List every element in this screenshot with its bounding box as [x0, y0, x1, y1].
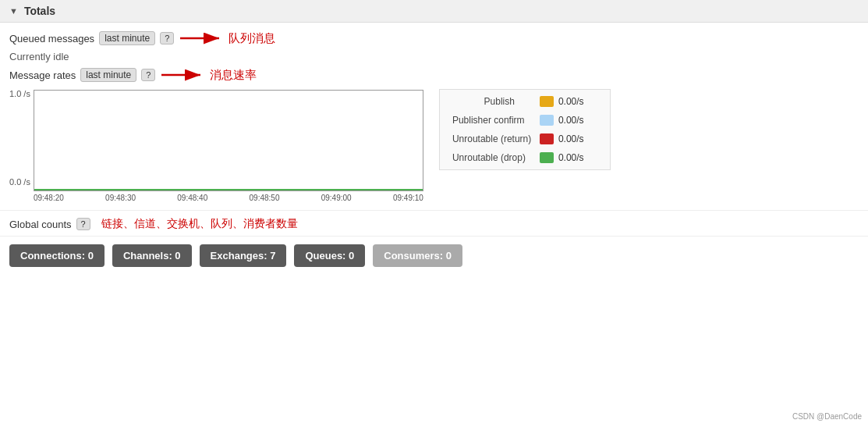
queued-messages-arrow: 队列消息	[179, 30, 275, 46]
count-btn-0[interactable]: Connections: 0	[9, 244, 105, 267]
chart-legend-area: 1.0 /s 0.0 /s 09:48:20 09:48:30 09:48:40…	[9, 89, 859, 202]
y-axis: 1.0 /s 0.0 /s	[9, 89, 30, 202]
buttons-row: Connections: 0Channels: 0Exchanges: 7Que…	[0, 237, 868, 275]
count-btn-3[interactable]: Queues: 0	[294, 244, 365, 267]
y-axis-bottom: 0.0 /s	[9, 177, 30, 187]
legend-item-3: Unroutable (drop)0.00/s	[452, 152, 597, 163]
currently-idle: Currently idle	[9, 51, 859, 62]
legend-label-3: Unroutable (drop)	[452, 152, 526, 163]
message-rates-annotation: 消息速率	[210, 68, 257, 83]
message-rates-badge[interactable]: last minute	[80, 68, 136, 82]
global-counts-label: Global counts	[9, 219, 72, 230]
arrow-icon-2	[160, 67, 207, 83]
legend-row-inner-3: 0.00/s	[540, 152, 597, 163]
queued-messages-badge[interactable]: last minute	[99, 31, 155, 45]
x-label-5: 09:49:10	[393, 194, 423, 202]
queued-messages-annotation: 队列消息	[229, 31, 275, 46]
totals-header: ▼ Totals	[0, 0, 868, 23]
legend-item-2: Unroutable (return)0.00/s	[452, 133, 597, 144]
chart-baseline	[34, 189, 423, 190]
legend-item-0: Publish0.00/s	[452, 96, 597, 107]
legend-color-2	[540, 133, 554, 144]
queued-messages-label: Queued messages	[9, 33, 94, 44]
global-counts-help[interactable]: ?	[76, 218, 90, 230]
message-rates-help[interactable]: ?	[141, 69, 155, 81]
legend-label-0: Publish	[452, 96, 515, 107]
chart-box-wrapper: 09:48:20 09:48:30 09:48:40 09:48:50 09:4…	[34, 90, 423, 202]
count-btn-2[interactable]: Exchanges: 7	[200, 244, 287, 267]
count-btn-4[interactable]: Consumers: 0	[373, 244, 462, 267]
queued-messages-help[interactable]: ?	[160, 32, 174, 44]
message-rates-arrow: 消息速率	[160, 67, 257, 83]
global-counts-row: Global counts ? 链接、信道、交换机、队列、消费者数量	[0, 211, 868, 237]
legend-row-inner-0: 0.00/s	[540, 96, 597, 107]
queued-messages-row: Queued messages last minute ? 队列消息	[9, 30, 859, 46]
legend-area: Publish0.00/sPublisher confirm0.00/sUnro…	[439, 89, 611, 170]
x-label-0: 09:48:20	[34, 194, 64, 202]
x-axis-labels: 09:48:20 09:48:30 09:48:40 09:48:50 09:4…	[34, 194, 423, 202]
collapse-triangle-icon[interactable]: ▼	[9, 6, 18, 16]
x-label-2: 09:48:40	[177, 194, 207, 202]
arrow-icon	[179, 30, 225, 46]
legend-value-2: 0.00/s	[558, 133, 597, 144]
chart-area: 1.0 /s 0.0 /s 09:48:20 09:48:30 09:48:40…	[9, 89, 423, 202]
legend-item-1: Publisher confirm0.00/s	[452, 115, 597, 126]
message-rates-row: Message rates last minute ? 消息速率	[9, 67, 859, 83]
totals-content: Queued messages last minute ? 队列消息 Curre…	[0, 23, 868, 211]
totals-title: Totals	[24, 5, 55, 17]
legend-label-1: Publisher confirm	[452, 115, 525, 126]
message-rates-label: Message rates	[9, 69, 76, 81]
watermark: CSDN @DaenCode	[792, 412, 862, 421]
legend-value-3: 0.00/s	[558, 152, 597, 163]
legend-value-0: 0.00/s	[558, 96, 597, 107]
legend-row-inner-2: 0.00/s	[540, 133, 597, 144]
legend-color-3	[540, 152, 554, 163]
count-btn-1[interactable]: Channels: 0	[112, 244, 192, 267]
legend-color-0	[540, 96, 554, 107]
global-counts-annotation: 链接、信道、交换机、队列、消费者数量	[101, 217, 298, 231]
legend-row-inner-1: 0.00/s	[540, 115, 597, 126]
x-label-4: 09:49:00	[321, 194, 352, 202]
legend-label-2: Unroutable (return)	[452, 133, 531, 144]
x-label-3: 09:48:50	[250, 194, 280, 202]
y-axis-top: 1.0 /s	[9, 89, 30, 98]
legend-color-1	[540, 115, 554, 126]
legend-value-1: 0.00/s	[558, 115, 597, 126]
x-label-1: 09:48:30	[105, 194, 136, 202]
chart-box	[34, 90, 423, 191]
